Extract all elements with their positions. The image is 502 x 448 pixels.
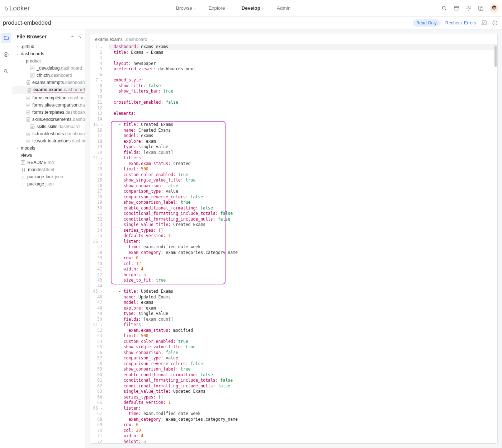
rail-files-icon[interactable] <box>1 33 11 43</box>
file-icon <box>30 66 34 70</box>
svg-rect-22 <box>27 82 28 84</box>
svg-line-13 <box>6 72 8 73</box>
file-package[interactable]: package.json <box>12 180 85 188</box>
svg-rect-44 <box>28 133 29 135</box>
file-exams.exams[interactable]: exams.exams.dashboard <box>12 86 85 94</box>
file-icon <box>27 132 30 136</box>
file-skills.endorsements[interactable]: skills.endorsements.dashboard <box>12 116 85 123</box>
nav-develop[interactable]: Develop⌄ <box>241 5 265 11</box>
file-_dev.debug[interactable]: _dev.debug.dashboard <box>12 65 85 72</box>
svg-rect-46 <box>27 141 28 142</box>
file-package-lock[interactable]: package-lock.json <box>12 173 85 180</box>
sidebar-search-icon[interactable] <box>77 34 81 39</box>
svg-point-4 <box>468 8 469 9</box>
svg-point-10 <box>494 22 495 22</box>
braces-icon: {} <box>21 168 26 172</box>
file-tree: ›.github⌄dashboards⌄product_dev.debug.da… <box>12 43 85 188</box>
editor-tab[interactable]: exams.exams.dashboard ⌄ <box>90 34 497 44</box>
svg-rect-36 <box>29 111 30 113</box>
svg-rect-48 <box>29 140 30 142</box>
svg-point-6 <box>480 9 481 9</box>
svg-rect-29 <box>28 97 29 99</box>
file-browser: File Browser ÷ ›.github⌄dashboards⌄produ… <box>12 29 85 448</box>
svg-rect-41 <box>32 126 33 128</box>
project-title: product-embedded <box>3 20 51 26</box>
file-README[interactable]: README.md <box>12 159 85 166</box>
svg-point-0 <box>5 6 6 8</box>
svg-point-2 <box>442 6 445 9</box>
svg-rect-43 <box>27 134 28 135</box>
marketplace-icon[interactable] <box>453 5 460 11</box>
nav-explore[interactable]: Explore⌄ <box>209 5 229 11</box>
recheck-errors-link[interactable]: Recheck Errors <box>445 20 476 25</box>
scrollbar-thumb[interactable] <box>494 46 497 67</box>
svg-rect-37 <box>27 119 28 121</box>
svg-rect-38 <box>28 119 29 121</box>
svg-point-14 <box>78 35 80 37</box>
file-icon <box>30 73 34 77</box>
doc-icon <box>21 182 25 186</box>
svg-rect-19 <box>31 75 32 76</box>
rail-search-icon[interactable] <box>1 66 11 76</box>
info-icon[interactable] <box>492 20 498 26</box>
file-forms.sites-comparison[interactable]: forms.sites-comparison.dashboard <box>12 102 85 109</box>
looker-icon <box>4 5 9 12</box>
file-icon <box>28 88 31 93</box>
avatar[interactable]: 👨🏻 <box>490 4 498 13</box>
file-icon <box>27 103 30 107</box>
svg-rect-16 <box>31 68 32 69</box>
top-nav: Looker Browse⌄ Explore⌄ Develop⌄ Admin⌄ … <box>0 0 502 16</box>
svg-point-12 <box>4 69 7 72</box>
file-forms.completions[interactable]: forms.completions.dashboard <box>12 94 85 102</box>
file-exams.attempts[interactable]: exams.attempts.dashboard <box>12 79 85 86</box>
file-forms.templates[interactable]: forms.templates.dashboard <box>12 109 85 116</box>
rail-compass-icon[interactable] <box>1 49 11 60</box>
brand-text: Looker <box>9 4 30 12</box>
folder-models[interactable]: ›models <box>12 145 85 152</box>
folder-.github[interactable]: ›.github <box>12 43 85 50</box>
svg-rect-25 <box>28 90 29 91</box>
file-tc.work-instructions[interactable]: tc.work-instructions.dashboard <box>12 137 85 145</box>
nav-browse[interactable]: Browse⌄ <box>176 5 196 11</box>
svg-rect-21 <box>33 74 34 76</box>
svg-rect-33 <box>29 104 30 106</box>
doc-icon <box>21 175 25 179</box>
folder-product[interactable]: ⌄product <box>12 57 85 65</box>
project-bar: product-embedded Read Only Recheck Error… <box>0 16 502 29</box>
file-icon <box>27 110 30 114</box>
svg-rect-20 <box>32 75 33 76</box>
file-tc.troubleshoots[interactable]: tc.troubleshoots.dashboard <box>12 130 85 137</box>
help-icon[interactable] <box>478 5 484 11</box>
readonly-badge: Read Only <box>413 19 440 27</box>
project-actions: Read Only Recheck Errors <box>413 19 498 27</box>
validate-icon[interactable] <box>481 20 487 26</box>
svg-rect-45 <box>29 133 30 135</box>
svg-point-1 <box>5 8 8 10</box>
nav-center: Browse⌄ Explore⌄ Develop⌄ Admin⌄ <box>30 5 441 11</box>
code-editor[interactable]: 1 ▾234567 ▾89101112131415 ▾161718192021 … <box>90 44 497 443</box>
folder-views[interactable]: ›views <box>12 152 85 159</box>
gear-icon[interactable] <box>465 5 472 11</box>
file-icon <box>30 124 34 129</box>
search-icon[interactable] <box>441 5 447 11</box>
file-manifest[interactable]: {}manifest.lkml <box>12 166 85 173</box>
collapse-icon[interactable]: ÷ <box>71 34 74 39</box>
svg-rect-26 <box>29 90 30 91</box>
file-icon <box>27 139 30 143</box>
file-skills.skills[interactable]: skills.skills.dashboard <box>12 123 85 130</box>
editor-card: exams.exams.dashboard ⌄ 1 ▾234567 ▾89101… <box>90 34 498 444</box>
svg-rect-30 <box>29 97 30 99</box>
file-cfh.cfh[interactable]: cfh.cfh.dashboard <box>12 72 85 79</box>
svg-line-15 <box>80 37 81 38</box>
svg-point-11 <box>4 52 8 57</box>
svg-rect-47 <box>28 140 29 142</box>
brand-logo[interactable]: Looker <box>4 4 30 12</box>
svg-rect-18 <box>33 67 34 69</box>
svg-line-3 <box>445 9 446 10</box>
file-icon <box>27 117 30 122</box>
chevron-down-icon: ⌄ <box>151 38 154 41</box>
svg-rect-23 <box>28 82 29 84</box>
nav-admin[interactable]: Admin⌄ <box>277 5 295 11</box>
svg-rect-39 <box>29 118 30 121</box>
folder-dashboards[interactable]: ⌄dashboards <box>12 50 85 57</box>
